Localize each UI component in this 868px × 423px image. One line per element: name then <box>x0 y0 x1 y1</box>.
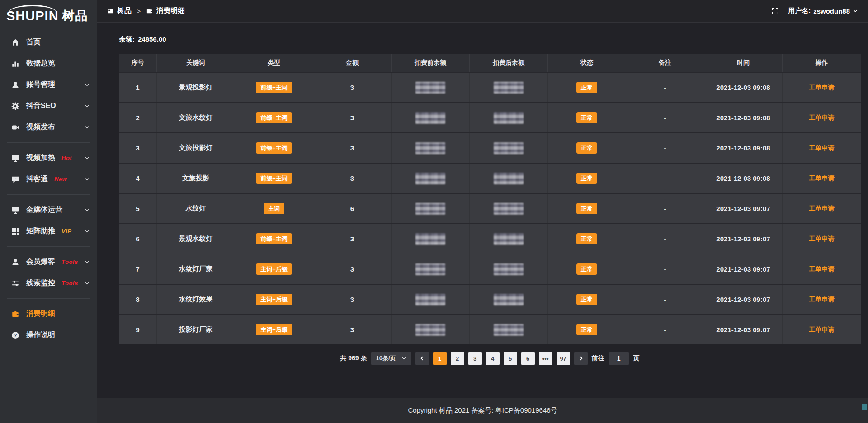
breadcrumb-item-consumption[interactable]: 消费明细 <box>146 6 185 16</box>
sidebar-divider <box>7 142 90 143</box>
work-order-link[interactable]: 工单申请 <box>809 326 835 334</box>
sidebar-item-all-media-operation[interactable]: 全媒体运营 <box>0 199 97 221</box>
type-badge: 前缀+主词 <box>256 233 292 244</box>
sidebar-item-video-publish[interactable]: 视频发布 <box>0 117 97 138</box>
next-page-button[interactable] <box>574 352 588 365</box>
redacted-value <box>494 263 524 275</box>
cell-amount: 3 <box>313 224 392 254</box>
sidebar-item-data-overview[interactable]: 数据总览 <box>0 53 97 74</box>
cell-time: 2021-12-03 09:07 <box>704 315 783 344</box>
page-size-select[interactable]: 10条/页 <box>371 352 411 365</box>
work-order-link[interactable]: 工单申请 <box>809 235 835 243</box>
sidebar-item-home[interactable]: 首页 <box>0 32 97 53</box>
cell-action: 工单申请 <box>783 194 861 223</box>
cell-type: 前缀+主词 <box>235 103 313 132</box>
redacted-value <box>415 263 445 275</box>
cell-keyword: 水纹灯效果 <box>157 285 235 314</box>
work-order-link[interactable]: 工单申请 <box>809 84 835 92</box>
sidebar-item-account-management[interactable]: 账号管理 <box>0 74 97 95</box>
content-area: 余额:24856.00 序号关键词类型金额扣费前余额扣费后余额状态备注时间操作 … <box>97 23 868 398</box>
cell-balance-before <box>392 315 470 344</box>
cell-amount: 3 <box>313 254 392 284</box>
cell-balance-before <box>392 103 470 132</box>
goto-page-input[interactable] <box>609 352 629 365</box>
redacted-value <box>494 233 524 245</box>
username-label: 用户名: <box>788 7 811 15</box>
svg-text:?: ? <box>14 333 17 338</box>
cell-keyword: 水纹灯 <box>157 194 235 223</box>
prev-page-button[interactable] <box>415 352 429 365</box>
type-badge: 主词+后缀 <box>256 263 292 275</box>
sidebar-item-badge: New <box>54 176 67 183</box>
status-badge: 正常 <box>576 173 597 184</box>
page-button-1[interactable]: 1 <box>433 352 447 365</box>
sidebar-item-douketong[interactable]: 抖客通New <box>0 169 97 190</box>
cell-time: 2021-12-03 09:07 <box>704 254 783 284</box>
sidebar-item-label: 数据总览 <box>26 59 55 68</box>
cell-index: 9 <box>119 315 157 344</box>
page-button-97[interactable]: 97 <box>557 352 570 365</box>
breadcrumb: 树品 > 消费明细 <box>107 6 185 16</box>
table-header: 序号关键词类型金额扣费前余额扣费后余额状态备注时间操作 <box>119 54 861 72</box>
user-menu[interactable]: 用户名: zswodun88 <box>788 7 858 15</box>
cell-status: 正常 <box>548 103 626 132</box>
cell-time: 2021-12-03 09:07 <box>704 285 783 314</box>
fullscreen-icon[interactable] <box>771 7 779 15</box>
table-body: 1景观投影灯前缀+主词3正常-2021-12-03 09:08工单申请2文旅水纹… <box>119 72 861 344</box>
cell-action: 工单申请 <box>783 133 861 163</box>
cell-index: 5 <box>119 194 157 223</box>
cell-index: 8 <box>119 285 157 314</box>
page-button-5[interactable]: 5 <box>504 352 517 365</box>
cell-balance-after <box>470 103 548 132</box>
footer: Copyright 树品 2021 备案号: 粤ICP备09019646号 <box>97 398 868 423</box>
work-order-link[interactable]: 工单申请 <box>809 265 835 273</box>
sidebar-item-consumption-detail[interactable]: 消费明细 <box>0 303 97 324</box>
redacted-value <box>494 112 524 124</box>
cell-type: 前缀+主词 <box>235 224 313 254</box>
sidebar-item-douyin-seo[interactable]: 抖音SEO <box>0 95 97 117</box>
cell-action: 工单申请 <box>783 315 861 344</box>
breadcrumb-item-shupin[interactable]: 树品 <box>107 6 132 16</box>
work-order-link[interactable]: 工单申请 <box>809 296 835 304</box>
work-order-link[interactable]: 工单申请 <box>809 144 835 152</box>
redacted-value <box>415 203 445 215</box>
sidebar-item-clue-monitor[interactable]: 线索监控Tools <box>0 273 97 294</box>
cell-status: 正常 <box>548 315 626 344</box>
column-header: 序号 <box>119 54 157 72</box>
sidebar-item-label: 线索监控 <box>26 278 55 288</box>
cell-action: 工单申请 <box>783 285 861 314</box>
page-button-6[interactable]: 6 <box>521 352 535 365</box>
table-row: 3文旅投影灯前缀+主词3正常-2021-12-03 09:08工单申请 <box>119 132 861 163</box>
wallet-icon <box>11 310 19 318</box>
bar-chart-icon <box>11 59 19 68</box>
cell-balance-before <box>392 194 470 223</box>
cell-keyword: 文旅投影灯 <box>157 133 235 163</box>
sidebar-item-matrix-boost[interactable]: 矩阵助推VIP <box>0 221 97 242</box>
cell-action: 工单申请 <box>783 103 861 132</box>
cell-amount: 3 <box>313 73 392 102</box>
redacted-value <box>415 294 445 306</box>
work-order-link[interactable]: 工单申请 <box>809 114 835 122</box>
cell-amount: 3 <box>313 133 392 163</box>
page-button-3[interactable]: 3 <box>468 352 482 365</box>
sidebar-item-video-heating[interactable]: 视频加热Hot <box>0 147 97 169</box>
cell-time: 2021-12-03 09:08 <box>704 164 783 193</box>
sidebar-item-label: 视频加热 <box>26 153 55 163</box>
cell-balance-after <box>470 315 548 344</box>
status-badge: 正常 <box>576 263 597 275</box>
chevron-down-icon <box>84 280 90 286</box>
page-button-4[interactable]: 4 <box>486 352 500 365</box>
cell-type: 主词+后缀 <box>235 254 313 284</box>
work-order-link[interactable]: 工单申请 <box>809 205 835 213</box>
sidebar-item-member-baoke[interactable]: 会员爆客Tools <box>0 251 97 273</box>
page-button-2[interactable]: 2 <box>451 352 464 365</box>
table-row: 1景观投影灯前缀+主词3正常-2021-12-03 09:08工单申请 <box>119 72 861 102</box>
cell-amount: 3 <box>313 164 392 193</box>
sidebar-item-label: 矩阵助推 <box>26 226 55 236</box>
table-row: 4文旅投影前缀+主词3正常-2021-12-03 09:08工单申请 <box>119 163 861 193</box>
sidebar-item-operation-guide[interactable]: ?操作说明 <box>0 324 97 346</box>
redacted-value <box>415 324 445 336</box>
cell-index: 2 <box>119 103 157 132</box>
page-ellipsis-button[interactable]: ••• <box>539 352 552 365</box>
work-order-link[interactable]: 工单申请 <box>809 174 835 183</box>
